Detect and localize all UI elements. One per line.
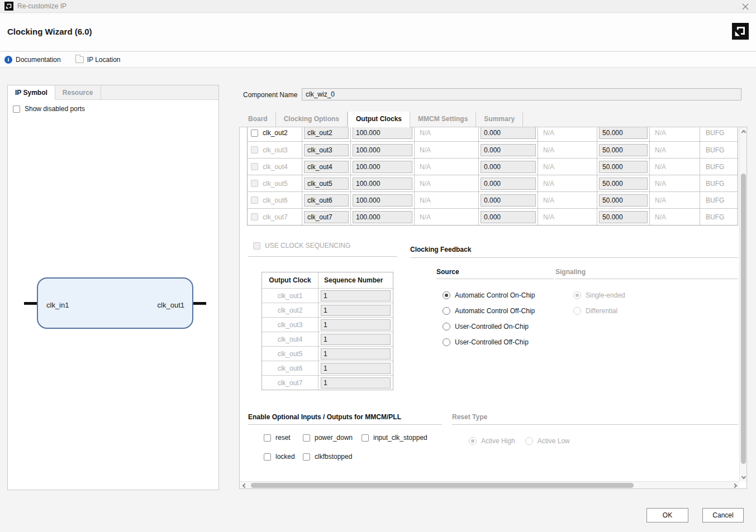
phase-field: 0.000: [481, 144, 536, 156]
signaling-radio-option: Single-ended: [573, 291, 625, 299]
checkbox-icon[interactable]: [264, 434, 271, 442]
vertical-scrollbar-thumb[interactable]: [741, 174, 746, 464]
clock-enable-checkbox: [251, 213, 258, 221]
reset-type-title: Reset Type: [452, 413, 487, 421]
radio-icon[interactable]: [443, 307, 450, 315]
optional-io-checkbox-item[interactable]: input_clk_stopped: [362, 434, 427, 442]
sequence-number-header: Sequence Number: [318, 272, 393, 288]
radio-icon: [573, 307, 581, 315]
optional-io-checkbox-item[interactable]: clkfbstopped: [303, 453, 352, 461]
phase-actual-value: N/A: [538, 142, 597, 158]
duty-actual-value: N/A: [650, 192, 700, 208]
ip-location-link[interactable]: IP Location: [75, 56, 121, 64]
duty-actual-value: N/A: [650, 127, 700, 141]
phase-actual-value: N/A: [538, 175, 597, 191]
duty-cycle-field[interactable]: 50.000: [599, 127, 648, 139]
radio-icon: [525, 437, 533, 445]
clock-enable-checkbox: [251, 146, 258, 154]
output-port-label: clk_out1: [158, 301, 184, 309]
scroll-up-icon[interactable]: [740, 128, 747, 136]
sequence-clock-label: clk_out5: [262, 347, 318, 361]
ok-button[interactable]: OK: [646, 508, 688, 523]
show-disabled-ports-checkbox[interactable]: [13, 106, 20, 113]
title-bar: Re-customize IP: [0, 0, 756, 13]
checkbox-icon[interactable]: [264, 453, 271, 461]
horizontal-scrollbar[interactable]: [240, 481, 739, 488]
documentation-link[interactable]: i Documentation: [4, 56, 61, 64]
main-tab[interactable]: Summary: [476, 112, 523, 127]
clock-enable-checkbox: [251, 196, 258, 204]
main-tab[interactable]: Board: [240, 112, 276, 127]
checkbox-icon[interactable]: [303, 453, 310, 461]
output-port-stub: [193, 302, 206, 305]
drives-value: BUFG: [700, 159, 738, 175]
output-freq-field[interactable]: 100.000: [353, 127, 412, 139]
drives-value: BUFG: [700, 192, 738, 208]
duty-cycle-field: 50.000: [599, 161, 648, 173]
main-tab[interactable]: MMCM Settings: [410, 112, 476, 127]
source-radio-option[interactable]: Automatic Control On-Chip: [443, 291, 535, 299]
radio-label: Automatic Control Off-Chip: [455, 307, 535, 315]
phase-field: 0.000: [481, 211, 536, 223]
scroll-down-icon[interactable]: [740, 473, 747, 480]
duty-cycle-field: 50.000: [599, 211, 648, 223]
scroll-left-icon[interactable]: [241, 482, 248, 489]
radio-icon[interactable]: [443, 291, 450, 299]
folder-icon: [75, 56, 84, 63]
source-radio-option[interactable]: User-Controlled On-Chip: [443, 323, 529, 330]
checkbox-icon[interactable]: [362, 434, 369, 442]
output-freq-field: 100.000: [353, 194, 412, 207]
clock-name-label: clk_out6: [263, 196, 288, 204]
divider: [410, 257, 738, 258]
drives-value: BUFG: [700, 142, 738, 158]
signaling-radio-option: Differential: [573, 307, 617, 315]
radio-label: Active High: [481, 437, 515, 445]
main-tab[interactable]: Output Clocks: [348, 112, 410, 127]
port-name-field: clk_out6: [304, 194, 349, 207]
radio-icon[interactable]: [443, 338, 450, 346]
table-row: clk_out2 clk_out2 100.000 N/A 0.000 N/A …: [248, 127, 738, 141]
horizontal-scrollbar-thumb[interactable]: [251, 483, 634, 488]
component-name-label: Component Name: [243, 91, 297, 99]
drives-value: BUFG: [700, 209, 738, 225]
freq-actual-value: N/A: [415, 127, 479, 141]
phase-field[interactable]: 0.000: [481, 127, 536, 139]
left-tab[interactable]: IP Symbol: [8, 85, 55, 100]
freq-actual-value: N/A: [415, 209, 479, 225]
port-name-field[interactable]: clk_out2: [304, 127, 349, 139]
info-icon: i: [4, 56, 12, 64]
clock-enable-checkbox[interactable]: [251, 130, 258, 137]
cancel-button[interactable]: Cancel: [702, 508, 744, 523]
phase-field: 0.000: [481, 178, 536, 190]
clock-name-label: clk_out3: [263, 146, 288, 154]
component-name-input[interactable]: [302, 88, 741, 100]
clock-enable-checkbox: [251, 163, 258, 170]
divider: [248, 256, 397, 257]
optional-io-checkbox-item[interactable]: reset: [264, 434, 291, 442]
sequence-row: clk_out6 1: [262, 361, 393, 375]
sequence-number-field: 1: [321, 348, 391, 360]
clock-name-label: clk_out7: [263, 213, 288, 221]
optional-io-checkbox-item[interactable]: locked: [264, 453, 295, 461]
checkbox-label: locked: [275, 453, 295, 461]
freq-actual-value: N/A: [415, 175, 479, 191]
scroll-right-icon[interactable]: [731, 482, 738, 489]
vertical-scrollbar[interactable]: [739, 127, 747, 481]
doc-toolbar: i Documentation IP Location: [0, 51, 756, 68]
left-tab[interactable]: Resource: [55, 85, 101, 99]
source-radio-option[interactable]: User-Controlled Off-Chip: [443, 338, 529, 346]
use-clock-sequencing-label: USE CLOCK SEQUENCING: [265, 242, 350, 250]
output-clocks-page: clk_out2 clk_out2 100.000 N/A 0.000 N/A …: [239, 127, 747, 489]
optional-io-checkbox-item[interactable]: power_down: [303, 434, 353, 442]
radio-label: Single-ended: [586, 291, 625, 299]
radio-icon[interactable]: [443, 323, 450, 330]
source-radio-option[interactable]: Automatic Control Off-Chip: [443, 307, 535, 315]
main-tab[interactable]: Clocking Options: [276, 112, 348, 127]
radio-label: User-Controlled Off-Chip: [455, 338, 529, 346]
checkbox-label: clkfbstopped: [315, 453, 352, 461]
close-icon[interactable]: [740, 2, 750, 12]
checkbox-icon[interactable]: [303, 434, 310, 442]
radio-label: User-Controlled On-Chip: [455, 323, 529, 330]
show-disabled-ports-row[interactable]: Show disabled ports: [8, 100, 218, 113]
port-name-field: clk_out4: [304, 161, 349, 173]
